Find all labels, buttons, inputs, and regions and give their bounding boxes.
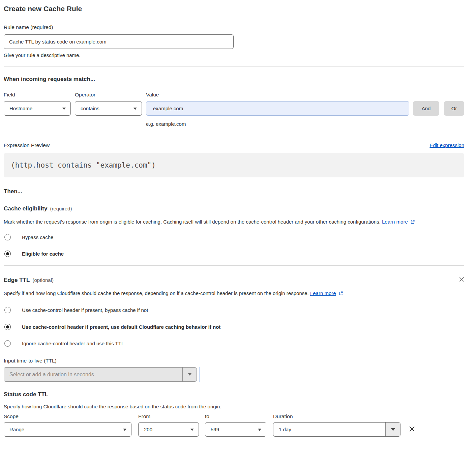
operator-select[interactable]: contains (75, 101, 142, 116)
operator-label: Operator (75, 91, 142, 98)
radio-checked-icon[interactable] (4, 324, 11, 330)
ttl-duration-placeholder: Select or add a duration in seconds (4, 368, 182, 381)
field-select[interactable]: Hostname (4, 101, 71, 116)
then-heading: Then... (4, 187, 464, 195)
radio-option-label: Eligible for cache (22, 251, 64, 257)
cache-eligibility-description: Mark whether the request’s response from… (4, 217, 455, 227)
radio-unchecked-icon[interactable] (4, 307, 11, 313)
optional-badge: (optional) (32, 277, 54, 283)
ttl-input-label: Input time-to-live (TTL) (4, 357, 464, 364)
section-divider (4, 265, 464, 266)
ttl-duration-select[interactable]: Select or add a duration in seconds (4, 367, 197, 382)
edge-ttl-header-row: Edge TTL(optional) (4, 276, 464, 284)
radio-option-label: Ignore cache-control header and use this… (22, 341, 124, 346)
from-label: From (138, 413, 205, 419)
close-edge-ttl-icon[interactable] (459, 277, 464, 283)
to-label: to (205, 413, 273, 419)
scope-select-value: Range (9, 427, 24, 432)
cache-eligibility-heading: Cache eligibility(required) (4, 205, 464, 212)
radio-option-bypass-cache[interactable]: Bypass cache (4, 233, 464, 241)
radio-option-eligible-for-cache[interactable]: Eligible for cache (4, 250, 464, 257)
rule-name-help: Give your rule a descriptive name. (4, 52, 464, 59)
create-cache-rule-page: Create new Cache Rule Rule name (require… (0, 0, 476, 437)
chevron-down-icon (133, 108, 137, 110)
match-heading: When incoming requests match... (4, 75, 464, 83)
chevron-down-icon (190, 429, 194, 431)
radio-option-label: Use cache-control header if present, use… (22, 324, 220, 330)
match-controls-row: Hostname contains And Or (4, 101, 464, 116)
chevron-down-icon[interactable] (385, 423, 400, 436)
value-hint: e.g. example.com (146, 121, 464, 127)
match-labels-row: Field Operator Value (4, 91, 464, 98)
field-select-value: Hostname (9, 106, 32, 111)
section-divider (4, 66, 464, 66)
duration-select-value: 1 day (273, 423, 385, 436)
expression-preview-box: (http.host contains "example.com") (4, 153, 464, 177)
edit-expression-link[interactable]: Edit expression (429, 142, 464, 148)
expression-preview-label: Expression Preview (4, 142, 50, 149)
radio-checked-icon[interactable] (4, 251, 11, 257)
scope-label: Scope (4, 413, 138, 419)
or-button[interactable]: Or (444, 101, 464, 116)
edge-ttl-description: Specify if and how long Cloudflare shoul… (4, 289, 455, 299)
field-label: Field (4, 91, 71, 98)
chevron-down-icon (258, 429, 261, 431)
external-link-icon (338, 289, 343, 299)
status-code-controls-row: Range 200 599 1 day (4, 422, 464, 437)
radio-option-ignore-cc[interactable]: Ignore cache-control header and use this… (4, 340, 464, 347)
radio-option-cc-bypass[interactable]: Use cache-control header if present, byp… (4, 306, 464, 314)
and-button[interactable]: And (413, 101, 439, 116)
duration-select[interactable]: 1 day (273, 422, 400, 437)
rule-name-label: Rule name (required) (4, 24, 464, 31)
chevron-down-icon[interactable] (182, 368, 197, 381)
to-select[interactable]: 599 (205, 422, 266, 437)
focus-caret (199, 367, 200, 382)
edge-ttl-title: Edge TTL (4, 277, 30, 283)
learn-more-link[interactable]: Learn more (310, 290, 336, 296)
from-select[interactable]: 200 (138, 422, 199, 437)
cache-eligibility-title: Cache eligibility (4, 205, 47, 212)
edge-ttl-description-text: Specify if and how long Cloudflare shoul… (4, 290, 309, 296)
chevron-down-icon (62, 108, 66, 110)
expression-header-row: Expression Preview Edit expression (4, 142, 464, 149)
expression-code: (http.host contains "example.com") (11, 161, 156, 169)
page-title: Create new Cache Rule (4, 4, 464, 13)
radio-unchecked-icon[interactable] (4, 234, 11, 240)
to-select-value: 599 (211, 427, 219, 432)
chevron-down-icon (123, 429, 126, 431)
ttl-input-row: Select or add a duration in seconds (4, 367, 464, 382)
duration-label: Duration (273, 413, 400, 419)
learn-more-link[interactable]: Learn more (382, 219, 408, 225)
value-input[interactable] (146, 101, 409, 116)
radio-option-label: Bypass cache (22, 234, 53, 240)
status-code-ttl-description: Specify how long Cloudflare should cache… (4, 403, 455, 410)
radio-unchecked-icon[interactable] (4, 340, 11, 347)
radio-option-cc-default[interactable]: Use cache-control header if present, use… (4, 323, 464, 330)
operator-select-value: contains (81, 106, 99, 111)
from-select-value: 200 (144, 427, 152, 432)
radio-option-label: Use cache-control header if present, byp… (22, 307, 148, 313)
required-badge: (required) (50, 206, 72, 211)
external-link-icon (410, 218, 415, 227)
rule-name-input[interactable] (4, 34, 234, 49)
remove-status-code-rule-icon[interactable] (409, 426, 415, 433)
edge-ttl-heading: Edge TTL(optional) (4, 276, 54, 284)
value-label: Value (146, 91, 159, 98)
status-code-labels-row: Scope From to Duration (4, 413, 464, 419)
scope-select[interactable]: Range (4, 422, 131, 437)
status-code-ttl-heading: Status code TTL (4, 390, 464, 398)
cache-eligibility-description-text: Mark whether the request’s response from… (4, 219, 381, 225)
